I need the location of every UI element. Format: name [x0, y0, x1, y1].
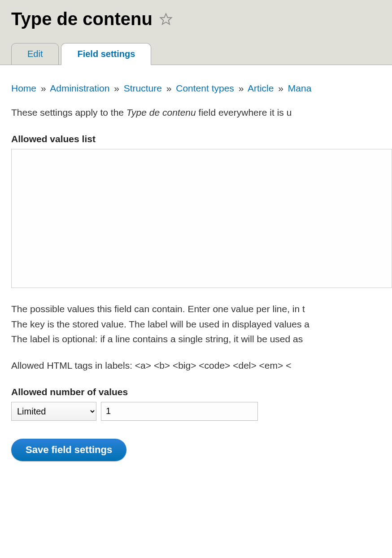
star-icon[interactable]: [159, 13, 173, 26]
cardinality-number-input[interactable]: [101, 402, 258, 421]
breadcrumb-content-types[interactable]: Content types: [176, 83, 234, 93]
settings-description: These settings apply to the Type de cont…: [11, 107, 392, 118]
breadcrumb-mana[interactable]: Mana: [288, 83, 312, 93]
tabs: Edit Field settings: [11, 43, 392, 65]
tab-edit[interactable]: Edit: [11, 43, 59, 65]
breadcrumb-sep: »: [114, 83, 119, 93]
allowed-values-label: Allowed values list: [11, 134, 392, 144]
breadcrumb-sep: »: [166, 83, 172, 93]
breadcrumb-article[interactable]: Article: [248, 83, 274, 93]
cardinality-select[interactable]: Limited: [11, 402, 96, 421]
page-title: Type de contenu: [11, 9, 392, 29]
svg-marker-0: [160, 13, 171, 24]
cardinality-label: Allowed number of values: [11, 387, 392, 397]
save-field-settings-button[interactable]: Save field settings: [11, 439, 126, 461]
breadcrumb: Home » Administration » Structure » Cont…: [11, 83, 392, 94]
allowed-tags-text: Allowed HTML tags in labels: <a> <b> <bi…: [11, 360, 392, 371]
breadcrumb-administration[interactable]: Administration: [50, 83, 109, 93]
breadcrumb-sep: »: [239, 83, 244, 93]
allowed-values-textarea[interactable]: [11, 149, 392, 288]
breadcrumb-sep: »: [41, 83, 46, 93]
page-title-text: Type de contenu: [11, 9, 152, 29]
tab-field-settings[interactable]: Field settings: [61, 43, 151, 65]
breadcrumb-home[interactable]: Home: [11, 83, 36, 93]
breadcrumb-structure[interactable]: Structure: [124, 83, 162, 93]
breadcrumb-sep: »: [278, 83, 283, 93]
help-text: The possible values this field can conta…: [11, 301, 392, 347]
